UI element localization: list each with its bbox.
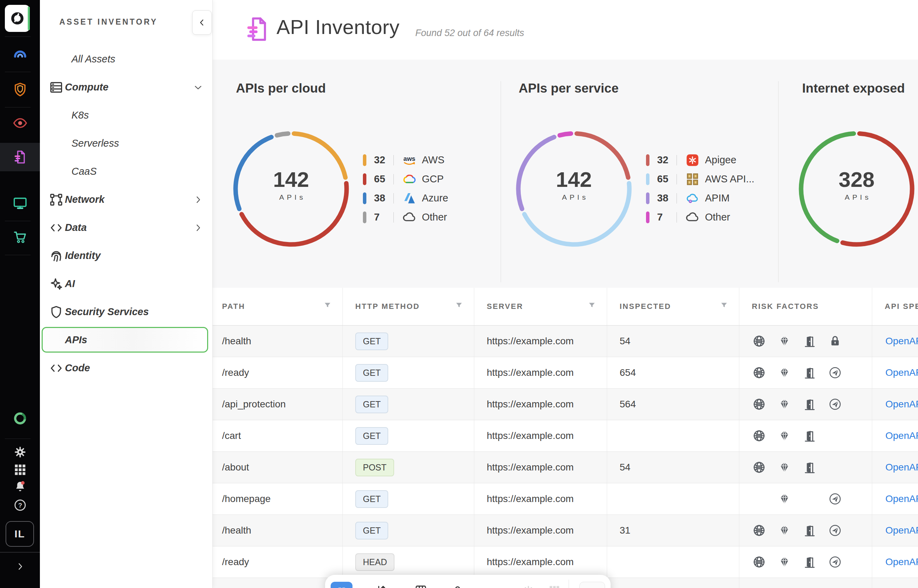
table-row[interactable]: /healthGEThttps://example.com31OpenAPI (212, 515, 918, 546)
sidebar-item-compute[interactable]: Compute (40, 73, 212, 101)
funnel-icon[interactable] (323, 301, 332, 310)
gem-icon (777, 429, 792, 443)
column-header-path[interactable]: PATH (212, 288, 343, 325)
apps-grid-button[interactable] (0, 461, 40, 479)
settings-button[interactable] (0, 443, 40, 461)
table-row[interactable]: /healthGEThttps://example.com54OpenAPI (212, 326, 918, 357)
svg-text:aws: aws (403, 155, 415, 162)
sidebar-item-code[interactable]: Code (40, 354, 212, 382)
legend-item[interactable]: 38APIM (646, 189, 754, 208)
table-row[interactable]: /aboutPOSThttps://example.com54OpenAPI (212, 452, 918, 483)
org-ring-button[interactable] (0, 409, 40, 428)
floating-toolbar (325, 575, 610, 588)
legend-item[interactable]: 7Other (363, 208, 448, 227)
sidebar-collapse-button[interactable] (192, 10, 212, 35)
nav-cart-button[interactable] (0, 225, 40, 249)
sidebar-item-data[interactable]: Data (40, 213, 212, 242)
openapi-link[interactable]: OpenAPI (886, 525, 918, 536)
sidebar-item-network[interactable]: Network (40, 186, 212, 213)
user-avatar[interactable]: IL (6, 521, 34, 547)
openapi-link[interactable]: OpenAPI (886, 556, 918, 567)
openapi-link[interactable]: OpenAPI (886, 336, 918, 347)
table-row[interactable]: /api_protectionGEThttps://example.com564… (212, 389, 918, 420)
help-button[interactable]: ? (0, 496, 40, 514)
owasp-icon (828, 397, 842, 411)
table-row[interactable]: /readyGEThttps://example.com654OpenAPI (212, 357, 918, 389)
openapi-link[interactable]: OpenAPI (886, 493, 918, 504)
legend-item[interactable]: 7Other (646, 208, 754, 227)
legend-value: 65 (374, 173, 392, 185)
toolbar-board-button[interactable] (414, 584, 428, 588)
table-view-button[interactable] (330, 582, 353, 588)
app-logo[interactable] (5, 5, 30, 32)
column-header-api-spec[interactable]: API SPEC (872, 288, 918, 325)
sidebar-item-identity[interactable]: Identity (40, 242, 212, 270)
nav-api-doc-button[interactable] (0, 145, 40, 169)
sidebar-item-label: AI (65, 278, 75, 289)
nav-shield-button[interactable] (0, 78, 40, 101)
funnel-icon[interactable] (455, 301, 463, 310)
sidebar-item-apis[interactable]: APIs (40, 326, 212, 354)
column-header-server[interactable]: SERVER (474, 288, 607, 325)
sidebar-title: ASSET INVENTORY (59, 17, 157, 27)
sidebar-item-serverless[interactable]: Serverless (40, 129, 212, 157)
door-icon (803, 397, 817, 411)
sidebar-item-security-services[interactable]: Security Services (40, 298, 212, 326)
legend-label: Other (705, 212, 730, 223)
notifications-button[interactable] (0, 478, 40, 496)
toolbar-apps-grid-button[interactable] (547, 584, 561, 588)
path-cell: /homepage (212, 483, 343, 515)
legend-swatch (363, 154, 366, 166)
chevron-left-icon (197, 18, 207, 27)
table-row[interactable]: /readyHEADhttps://example.comOpenAPI (212, 546, 918, 578)
nav-eye-button[interactable] (0, 111, 40, 135)
legend-label: Other (422, 212, 447, 223)
legend-item[interactable]: 32Apigee (646, 150, 754, 170)
sidebar-item-all-assets[interactable]: All Assets (40, 45, 212, 73)
api-inventory-icon (243, 15, 272, 44)
sparkles-icon (49, 277, 63, 291)
legend-item[interactable]: 32awsAWS (363, 150, 448, 170)
chart-1: APIs per service142APIs32Apigee65AWS API… (500, 60, 778, 288)
sidebar-item-k8s[interactable]: K8s (40, 101, 212, 129)
sidebar-item-ai[interactable]: AI (40, 270, 212, 298)
funnel-icon[interactable] (588, 301, 596, 310)
legend-value: 65 (657, 173, 675, 185)
table-row[interactable]: /homepageGEThttps://example.comOpenAPI (212, 483, 918, 515)
legend-item[interactable]: 65AWS API... (646, 170, 754, 189)
openapi-link[interactable]: OpenAPI (886, 367, 918, 378)
legend-divider (393, 174, 394, 184)
toolbar-settings-button[interactable] (521, 584, 535, 588)
legend-divider (393, 155, 394, 165)
column-header-inspected[interactable]: INSPECTED (607, 288, 739, 325)
inspected-cell: 31 (607, 515, 739, 546)
column-header-risk-factors[interactable]: RISK FACTORS (739, 288, 872, 325)
openapi-link[interactable]: OpenAPI (886, 430, 918, 441)
http-method-badge: GET (355, 427, 388, 445)
page-size-button[interactable] (580, 582, 605, 588)
sidebar-item-caas[interactable]: CaaS (40, 157, 212, 186)
column-header-http-method[interactable]: HTTP METHOD (343, 288, 474, 325)
expand-rail-button[interactable] (0, 557, 40, 575)
chart-title: APIs per service (519, 81, 618, 96)
azure-icon (402, 191, 418, 206)
door-icon (803, 429, 817, 443)
openapi-link[interactable]: OpenAPI (886, 462, 918, 473)
legend-swatch (646, 212, 649, 223)
toolbar-sort-button[interactable] (374, 584, 388, 588)
nav-monitor-button[interactable] (0, 191, 40, 215)
legend-label: AWS (422, 154, 444, 166)
funnel-icon[interactable] (720, 301, 729, 310)
table-row[interactable]: /cartGEThttps://example.comOpenAPI (212, 420, 918, 452)
path-cell: /api_protection (212, 578, 343, 588)
code-icon (49, 221, 63, 235)
toolbar-person-button[interactable] (451, 584, 465, 588)
legend-item[interactable]: 65GCP (363, 170, 448, 189)
page-title: API Inventory (277, 15, 400, 39)
openapi-link[interactable]: OpenAPI (886, 399, 918, 410)
nav-radar-button[interactable] (0, 42, 40, 66)
globe-icon (752, 429, 766, 443)
method-cell: GET (343, 483, 474, 515)
apim-icon (685, 191, 701, 206)
legend-item[interactable]: 38Azure (363, 189, 448, 208)
